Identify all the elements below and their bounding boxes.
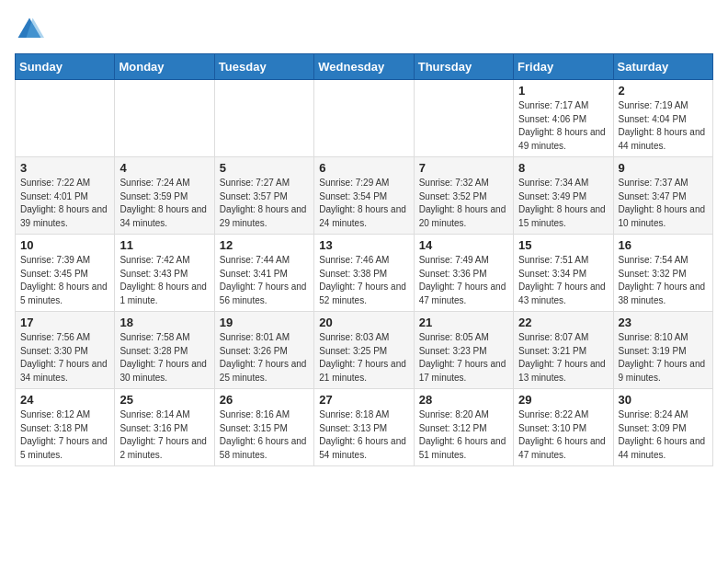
day-number: 2 [619, 84, 708, 98]
day-number: 10 [20, 238, 109, 252]
day-number: 13 [319, 238, 408, 252]
calendar-cell: 26Sunrise: 8:16 AM Sunset: 3:15 PM Dayli… [214, 389, 313, 466]
day-header-tuesday: Tuesday [214, 54, 313, 80]
day-number: 16 [619, 238, 708, 252]
calendar-cell: 16Sunrise: 7:54 AM Sunset: 3:32 PM Dayli… [613, 235, 712, 312]
day-info: Sunrise: 7:54 AM Sunset: 3:32 PM Dayligh… [619, 254, 708, 307]
day-number: 7 [419, 161, 508, 175]
calendar-cell: 18Sunrise: 7:58 AM Sunset: 3:28 PM Dayli… [115, 312, 214, 389]
calendar-week-3: 10Sunrise: 7:39 AM Sunset: 3:45 PM Dayli… [16, 235, 713, 312]
calendar-cell: 14Sunrise: 7:49 AM Sunset: 3:36 PM Dayli… [414, 235, 513, 312]
day-info: Sunrise: 7:22 AM Sunset: 4:01 PM Dayligh… [20, 177, 109, 230]
day-header-thursday: Thursday [414, 54, 513, 80]
day-number: 12 [220, 238, 309, 252]
day-number: 29 [518, 393, 608, 407]
calendar-week-4: 17Sunrise: 7:56 AM Sunset: 3:30 PM Dayli… [16, 312, 713, 389]
day-info: Sunrise: 7:27 AM Sunset: 3:57 PM Dayligh… [220, 177, 309, 230]
calendar-cell: 21Sunrise: 8:05 AM Sunset: 3:23 PM Dayli… [414, 312, 513, 389]
calendar-cell: 15Sunrise: 7:51 AM Sunset: 3:34 PM Dayli… [514, 235, 613, 312]
day-info: Sunrise: 8:16 AM Sunset: 3:15 PM Dayligh… [220, 408, 309, 462]
calendar-cell: 28Sunrise: 8:20 AM Sunset: 3:12 PM Dayli… [414, 389, 513, 466]
logo [15, 15, 48, 44]
day-number: 20 [319, 316, 408, 329]
day-info: Sunrise: 8:22 AM Sunset: 3:10 PM Dayligh… [518, 408, 608, 462]
calendar-week-2: 3Sunrise: 7:22 AM Sunset: 4:01 PM Daylig… [16, 157, 713, 235]
calendar-cell: 20Sunrise: 8:03 AM Sunset: 3:25 PM Dayli… [314, 312, 414, 389]
day-number: 8 [518, 161, 608, 175]
day-info: Sunrise: 8:07 AM Sunset: 3:21 PM Dayligh… [518, 331, 608, 385]
calendar-cell: 22Sunrise: 8:07 AM Sunset: 3:21 PM Dayli… [514, 312, 613, 389]
day-info: Sunrise: 7:17 AM Sunset: 4:06 PM Dayligh… [518, 99, 608, 153]
day-number: 23 [619, 316, 708, 329]
calendar-cell: 23Sunrise: 8:10 AM Sunset: 3:19 PM Dayli… [613, 312, 712, 389]
day-info: Sunrise: 8:12 AM Sunset: 3:18 PM Dayligh… [20, 408, 109, 462]
day-header-wednesday: Wednesday [314, 54, 414, 80]
day-info: Sunrise: 7:39 AM Sunset: 3:45 PM Dayligh… [20, 254, 109, 307]
day-number: 17 [20, 316, 109, 329]
day-info: Sunrise: 7:44 AM Sunset: 3:41 PM Dayligh… [220, 254, 309, 307]
day-info: Sunrise: 7:51 AM Sunset: 3:34 PM Dayligh… [518, 254, 608, 307]
calendar-cell: 17Sunrise: 7:56 AM Sunset: 3:30 PM Dayli… [16, 312, 115, 389]
day-info: Sunrise: 7:37 AM Sunset: 3:47 PM Dayligh… [619, 177, 708, 230]
calendar-cell: 5Sunrise: 7:27 AM Sunset: 3:57 PM Daylig… [214, 157, 313, 235]
page-header [15, 15, 713, 44]
day-info: Sunrise: 7:19 AM Sunset: 4:04 PM Dayligh… [619, 99, 708, 153]
day-number: 26 [220, 393, 309, 407]
day-number: 11 [119, 238, 209, 252]
day-info: Sunrise: 8:01 AM Sunset: 3:26 PM Dayligh… [220, 331, 309, 385]
day-number: 25 [119, 393, 209, 407]
calendar-cell: 12Sunrise: 7:44 AM Sunset: 3:41 PM Dayli… [214, 235, 313, 312]
calendar-cell: 2Sunrise: 7:19 AM Sunset: 4:04 PM Daylig… [613, 80, 712, 157]
calendar-cell: 10Sunrise: 7:39 AM Sunset: 3:45 PM Dayli… [16, 235, 115, 312]
calendar-cell: 9Sunrise: 7:37 AM Sunset: 3:47 PM Daylig… [613, 157, 712, 235]
calendar-cell [16, 80, 115, 157]
day-number: 18 [119, 316, 209, 329]
calendar-week-1: 1Sunrise: 7:17 AM Sunset: 4:06 PM Daylig… [16, 80, 713, 157]
calendar-body: 1Sunrise: 7:17 AM Sunset: 4:06 PM Daylig… [16, 80, 713, 466]
logo-icon [15, 15, 44, 44]
day-number: 5 [220, 161, 309, 175]
day-info: Sunrise: 7:32 AM Sunset: 3:52 PM Dayligh… [419, 177, 508, 230]
day-info: Sunrise: 8:20 AM Sunset: 3:12 PM Dayligh… [419, 408, 508, 462]
calendar-cell: 4Sunrise: 7:24 AM Sunset: 3:59 PM Daylig… [115, 157, 214, 235]
day-info: Sunrise: 7:42 AM Sunset: 3:43 PM Dayligh… [119, 254, 209, 307]
day-header-saturday: Saturday [613, 54, 712, 80]
day-number: 3 [20, 161, 109, 175]
day-number: 30 [619, 393, 708, 407]
day-number: 9 [619, 161, 708, 175]
day-info: Sunrise: 7:56 AM Sunset: 3:30 PM Dayligh… [20, 331, 109, 385]
day-info: Sunrise: 8:05 AM Sunset: 3:23 PM Dayligh… [419, 331, 508, 385]
day-info: Sunrise: 7:24 AM Sunset: 3:59 PM Dayligh… [119, 177, 209, 230]
calendar-cell: 1Sunrise: 7:17 AM Sunset: 4:06 PM Daylig… [514, 80, 613, 157]
day-info: Sunrise: 7:49 AM Sunset: 3:36 PM Dayligh… [419, 254, 508, 307]
calendar-cell: 11Sunrise: 7:42 AM Sunset: 3:43 PM Dayli… [115, 235, 214, 312]
day-number: 19 [220, 316, 309, 329]
day-number: 14 [419, 238, 508, 252]
day-number: 21 [419, 316, 508, 329]
calendar-cell: 7Sunrise: 7:32 AM Sunset: 3:52 PM Daylig… [414, 157, 513, 235]
day-info: Sunrise: 7:58 AM Sunset: 3:28 PM Dayligh… [119, 331, 209, 385]
calendar-cell: 29Sunrise: 8:22 AM Sunset: 3:10 PM Dayli… [514, 389, 613, 466]
day-number: 6 [319, 161, 408, 175]
calendar-cell: 8Sunrise: 7:34 AM Sunset: 3:49 PM Daylig… [514, 157, 613, 235]
calendar-week-5: 24Sunrise: 8:12 AM Sunset: 3:18 PM Dayli… [16, 389, 713, 466]
day-number: 1 [518, 84, 608, 98]
day-number: 24 [20, 393, 109, 407]
calendar-cell [115, 80, 214, 157]
day-number: 15 [518, 238, 608, 252]
calendar-cell: 6Sunrise: 7:29 AM Sunset: 3:54 PM Daylig… [314, 157, 414, 235]
calendar-cell [414, 80, 513, 157]
day-number: 27 [319, 393, 408, 407]
day-info: Sunrise: 7:46 AM Sunset: 3:38 PM Dayligh… [319, 254, 408, 307]
day-info: Sunrise: 8:24 AM Sunset: 3:09 PM Dayligh… [619, 408, 708, 462]
day-number: 4 [119, 161, 209, 175]
day-info: Sunrise: 8:03 AM Sunset: 3:25 PM Dayligh… [319, 331, 408, 385]
calendar-cell [214, 80, 313, 157]
calendar-header-row: SundayMondayTuesdayWednesdayThursdayFrid… [16, 54, 713, 80]
day-header-monday: Monday [115, 54, 214, 80]
calendar-cell: 30Sunrise: 8:24 AM Sunset: 3:09 PM Dayli… [613, 389, 712, 466]
calendar-cell [314, 80, 414, 157]
calendar-cell: 3Sunrise: 7:22 AM Sunset: 4:01 PM Daylig… [16, 157, 115, 235]
calendar-cell: 13Sunrise: 7:46 AM Sunset: 3:38 PM Dayli… [314, 235, 414, 312]
calendar-cell: 24Sunrise: 8:12 AM Sunset: 3:18 PM Dayli… [16, 389, 115, 466]
